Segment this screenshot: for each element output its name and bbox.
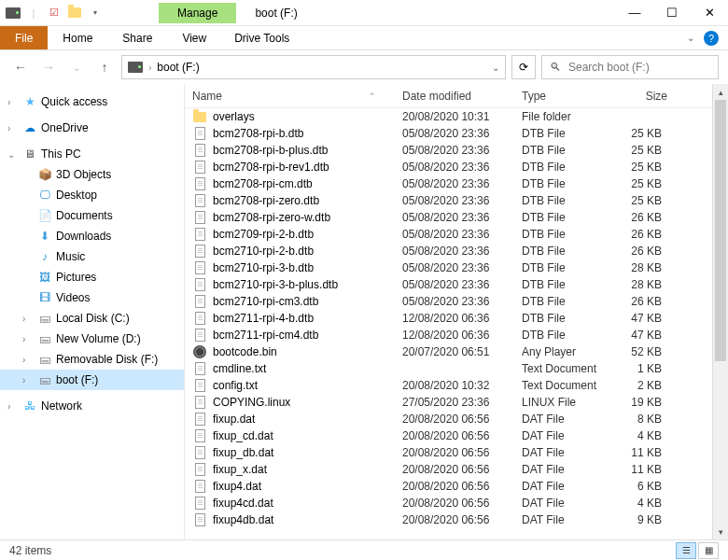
tab-drive-tools[interactable]: Drive Tools [221, 26, 302, 49]
chevron-right-icon[interactable]: › [7, 123, 19, 133]
tree-item[interactable]: › 🖼 Pictures [0, 267, 184, 287]
file-row[interactable]: bcm2711-rpi-cm4.dtb 12/08/2020 06:36 DTB… [185, 327, 728, 343]
folder-ql-icon[interactable] [67, 6, 82, 21]
file-row[interactable]: fixup_x.dat 20/08/2020 06:56 DAT File 11… [185, 461, 728, 478]
address-bar[interactable]: › boot (F:) ⌄ [121, 55, 506, 79]
maximize-button[interactable]: ☐ [653, 0, 691, 26]
file-row[interactable]: fixup4db.dat 20/08/2020 06:56 DAT File 9… [185, 511, 728, 528]
file-row[interactable]: bcm2711-rpi-4-b.dtb 12/08/2020 06:36 DTB… [185, 310, 728, 327]
navigation-pane[interactable]: › ★ Quick access › ☁ OneDrive ⌄ 🖥 This P… [0, 84, 185, 539]
help-icon[interactable]: ? [704, 31, 719, 46]
file-row[interactable]: bcm2708-rpi-b-rev1.dtb 05/08/2020 23:36 … [185, 159, 728, 175]
column-date[interactable]: Date modified [395, 90, 514, 103]
chevron-right-icon[interactable]: › [7, 401, 19, 412]
recent-dropdown[interactable]: ⌄ [65, 56, 88, 78]
file-size: 4 KB [611, 497, 677, 510]
refresh-button[interactable]: ⟳ [511, 55, 536, 79]
search-icon: 🔍︎ [550, 61, 561, 74]
tree-item[interactable]: › 🖴 boot (F:) [0, 370, 184, 390]
file-type: DTB File [514, 312, 611, 325]
forward-button[interactable]: → [37, 56, 60, 78]
tree-label: Desktop [56, 189, 97, 202]
column-size[interactable]: Size [611, 90, 677, 103]
file-row[interactable]: bcm2710-rpi-3-b-plus.dtb 05/08/2020 23:3… [185, 276, 728, 293]
chevron-right-icon[interactable]: › [22, 314, 34, 324]
chevron-right-icon[interactable]: › [22, 375, 34, 385]
chevron-down-icon[interactable]: ⌄ [7, 149, 19, 160]
file-row[interactable]: bcm2708-rpi-cm.dtb 05/08/2020 23:36 DTB … [185, 175, 728, 192]
file-date: 20/08/2020 06:56 [395, 497, 514, 510]
chevron-right-icon[interactable]: › [22, 355, 34, 365]
file-type: DTB File [514, 295, 611, 308]
file-row[interactable]: fixup_cd.dat 20/08/2020 06:56 DAT File 4… [185, 427, 728, 444]
column-name[interactable]: Name⌃ [185, 90, 395, 103]
tree-item[interactable]: › ⬇ Downloads [0, 226, 184, 246]
file-row[interactable]: COPYING.linux 27/05/2020 23:36 LINUX Fil… [185, 394, 728, 411]
column-type[interactable]: Type [514, 90, 611, 103]
tree-this-pc[interactable]: ⌄ 🖥 This PC [0, 144, 184, 164]
file-row[interactable]: bcm2710-rpi-cm3.dtb 05/08/2020 23:36 DTB… [185, 293, 728, 310]
file-row[interactable]: fixup4cd.dat 20/08/2020 06:56 DAT File 4… [185, 495, 728, 511]
tree-onedrive[interactable]: › ☁ OneDrive [0, 118, 184, 138]
file-type: DAT File [514, 497, 611, 510]
file-icon [195, 497, 205, 510]
file-row[interactable]: fixup_db.dat 20/08/2020 06:56 DAT File 1… [185, 444, 728, 461]
tree-network[interactable]: › 🖧 Network [0, 396, 184, 416]
up-button[interactable]: ↑ [93, 56, 116, 78]
tab-view[interactable]: View [167, 26, 221, 49]
tree-item[interactable]: › 📄 Documents [0, 205, 184, 226]
file-row[interactable]: bcm2708-rpi-b-plus.dtb 05/08/2020 23:36 … [185, 142, 728, 159]
file-row[interactable]: bcm2708-rpi-zero.dtb 05/08/2020 23:36 DT… [185, 192, 728, 209]
file-row[interactable]: overlays 20/08/2020 10:31 File folder [185, 108, 728, 125]
chevron-right-icon[interactable]: › [22, 334, 34, 344]
file-row[interactable]: bcm2709-rpi-2-b.dtb 05/08/2020 23:36 DTB… [185, 226, 728, 243]
address-dropdown-icon[interactable]: ⌄ [492, 63, 499, 73]
tree-item[interactable]: › 🖴 Removable Disk (F:) [0, 349, 184, 370]
file-icon [195, 379, 205, 392]
back-button[interactable]: ← [9, 56, 32, 78]
tree-quick-access[interactable]: › ★ Quick access [0, 91, 184, 112]
tree-item[interactable]: › 🖵 Desktop [0, 185, 184, 205]
scroll-up-icon[interactable]: ▴ [713, 84, 728, 100]
tree-item[interactable]: › 🖴 Local Disk (C:) [0, 308, 184, 329]
file-row[interactable]: fixup4.dat 20/08/2020 06:56 DAT File 6 K… [185, 478, 728, 495]
tab-share[interactable]: Share [107, 26, 167, 49]
tree-item[interactable]: › 🖴 New Volume (D:) [0, 329, 184, 349]
close-button[interactable]: ✕ [691, 0, 728, 26]
file-type: DAT File [514, 463, 611, 476]
file-row[interactable]: cmdline.txt Text Document 1 KB [185, 360, 728, 377]
file-row[interactable]: bootcode.bin 20/07/2020 06:51 Any Player… [185, 343, 728, 360]
vertical-scrollbar[interactable]: ▴ ▾ [712, 84, 728, 539]
search-box[interactable]: 🔍︎ Search boot (F:) [541, 55, 719, 79]
binary-icon [193, 345, 206, 358]
properties-icon[interactable]: ☑ [47, 6, 62, 21]
scroll-down-icon[interactable]: ▾ [713, 524, 728, 539]
ribbon-expand-icon[interactable]: ⌄ [687, 33, 694, 43]
file-row[interactable]: bcm2710-rpi-3-b.dtb 05/08/2020 23:36 DTB… [185, 259, 728, 276]
qat-dropdown-icon[interactable]: ▾ [88, 6, 103, 21]
tree-item[interactable]: › 🎞 Videos [0, 287, 184, 308]
minimize-button[interactable]: — [616, 0, 653, 26]
file-row[interactable]: bcm2710-rpi-2-b.dtb 05/08/2020 23:36 DTB… [185, 243, 728, 259]
file-row[interactable]: bcm2708-rpi-b.dtb 05/08/2020 23:36 DTB F… [185, 125, 728, 142]
file-row[interactable]: fixup.dat 20/08/2020 06:56 DAT File 8 KB [185, 411, 728, 427]
tree-label: Quick access [41, 95, 107, 108]
tree-item-icon: 📦 [37, 167, 52, 182]
tree-item[interactable]: › 📦 3D Objects [0, 164, 184, 185]
tree-item[interactable]: › ♪ Music [0, 246, 184, 267]
file-type: File folder [514, 110, 611, 123]
scrollbar-thumb[interactable] [715, 100, 726, 361]
tab-file[interactable]: File [0, 26, 48, 49]
file-row[interactable]: config.txt 20/08/2020 10:32 Text Documen… [185, 377, 728, 394]
address-text: boot (F:) [157, 61, 199, 74]
file-date: 05/08/2020 23:36 [395, 161, 514, 174]
icons-view-button[interactable]: ▦ [698, 542, 719, 559]
file-row[interactable]: bcm2708-rpi-zero-w.dtb 05/08/2020 23:36 … [185, 209, 728, 226]
file-icon [195, 413, 205, 426]
file-icon [195, 177, 205, 190]
manage-tab[interactable]: Manage [159, 3, 236, 23]
tab-home[interactable]: Home [48, 26, 107, 49]
details-view-button[interactable]: ☰ [676, 542, 696, 559]
chevron-right-icon[interactable]: › [7, 97, 19, 107]
file-name: overlays [213, 110, 255, 123]
